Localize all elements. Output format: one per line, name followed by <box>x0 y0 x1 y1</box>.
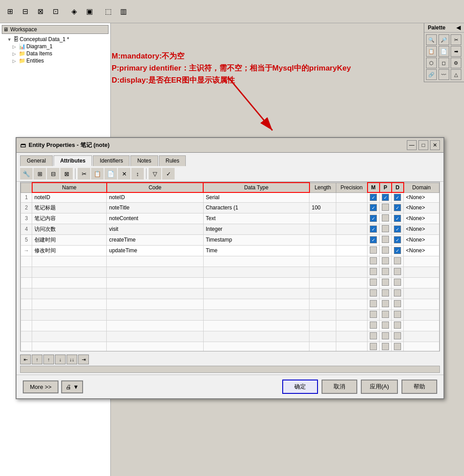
nav-next-page[interactable]: ↓↓ <box>67 355 77 364</box>
cell-p[interactable] <box>380 245 392 256</box>
cancel-button[interactable]: 取消 <box>322 380 357 394</box>
attr-btn-copy[interactable]: 📋 <box>91 168 104 180</box>
toolbar-btn-7[interactable]: ⬚ <box>101 4 115 19</box>
cell-domain[interactable]: <None> <box>404 192 439 202</box>
cell-datatype[interactable]: Timestamp <box>203 234 309 245</box>
apply-button[interactable]: 应用(A) <box>361 380 398 394</box>
cell-datatype[interactable]: Integer <box>203 224 309 234</box>
cell-name[interactable]: 修改时间 <box>32 245 107 256</box>
palette-btn-10[interactable]: 🔗 <box>426 69 437 80</box>
palette-btn-magnify2[interactable]: 🔎 <box>439 34 449 45</box>
cell-d[interactable]: ✓ <box>392 245 404 256</box>
tab-rules[interactable]: Rules <box>159 155 186 166</box>
attr-btn-duplicate[interactable]: ⊠ <box>60 168 73 180</box>
toolbar-btn-3[interactable]: ⊠ <box>33 4 47 19</box>
cell-name[interactable]: 笔记内容 <box>32 213 107 224</box>
cell-m[interactable]: ✓ <box>368 234 380 245</box>
cell-precision[interactable] <box>336 202 368 213</box>
horizontal-scrollbar[interactable] <box>20 366 440 373</box>
cell-m[interactable]: ✓ <box>368 192 380 202</box>
toolbar-btn-5[interactable]: ◈ <box>67 4 81 19</box>
cell-domain[interactable]: <None> <box>404 213 439 224</box>
toolbar-btn-4[interactable]: ⊡ <box>48 4 63 19</box>
cell-code[interactable]: noteTitle <box>107 202 204 213</box>
cell-name[interactable]: 笔记标题 <box>32 202 107 213</box>
cell-datatype[interactable]: Serial <box>203 192 309 202</box>
sidebar-item-dataitems[interactable]: ▷ 📁 Data Items <box>13 50 109 57</box>
palette-collapse-icon[interactable]: ◀ <box>456 25 460 31</box>
cell-m[interactable]: ✓ <box>368 224 380 234</box>
palette-btn-12[interactable]: △ <box>451 69 461 80</box>
cell-m[interactable]: ✓ <box>368 202 380 213</box>
cell-datatype[interactable]: Characters (1 <box>203 202 309 213</box>
cell-code[interactable]: createTime <box>107 234 204 245</box>
col-length[interactable]: Length <box>309 183 336 192</box>
cell-precision[interactable] <box>336 213 368 224</box>
toolbar-btn-8[interactable]: ▥ <box>116 4 130 19</box>
cell-p[interactable] <box>380 213 392 224</box>
col-m[interactable]: M <box>368 183 380 192</box>
cell-name[interactable]: noteID <box>32 192 107 202</box>
attr-btn-properties[interactable]: 🔧 <box>20 168 33 180</box>
cell-code[interactable]: updateTime <box>107 245 204 256</box>
cell-domain[interactable]: <None> <box>404 224 439 234</box>
cell-p[interactable]: ✓ <box>380 192 392 202</box>
col-p[interactable]: P <box>380 183 392 192</box>
nav-prev-page[interactable]: ↑ <box>32 355 42 364</box>
cell-length[interactable] <box>309 245 336 256</box>
cell-p[interactable] <box>380 234 392 245</box>
maximize-button[interactable]: □ <box>418 140 428 150</box>
nav-next[interactable]: ↓ <box>55 355 66 364</box>
attr-btn-paste[interactable]: 📄 <box>105 168 117 180</box>
tab-identifiers[interactable]: Identifiers <box>93 155 130 166</box>
cell-domain[interactable]: <None> <box>404 202 439 213</box>
palette-btn-11[interactable]: 〰 <box>439 69 449 80</box>
col-name[interactable]: Name <box>32 183 107 192</box>
col-domain[interactable]: Domain <box>404 183 439 192</box>
cell-length[interactable] <box>309 234 336 245</box>
col-code[interactable]: Code <box>107 183 204 192</box>
more-button[interactable]: More >> <box>23 380 59 393</box>
palette-btn-6[interactable]: ➡ <box>451 46 461 57</box>
toolbar-btn-1[interactable]: ⊞ <box>3 4 17 19</box>
palette-btn-7[interactable]: ⬡ <box>426 58 437 68</box>
cell-precision[interactable] <box>336 192 368 202</box>
cell-datatype[interactable]: Time <box>203 245 309 256</box>
confirm-button[interactable]: 确定 <box>282 380 318 394</box>
attr-btn-filter[interactable]: ▽ <box>149 168 161 180</box>
cell-d[interactable]: ✓ <box>392 224 404 234</box>
minimize-button[interactable]: — <box>407 140 417 150</box>
palette-btn-8[interactable]: ◻ <box>439 58 449 68</box>
sidebar-item-conceptual[interactable]: ▼ 🗄 Conceptual Data_1 * <box>7 36 109 43</box>
cell-m[interactable] <box>368 245 380 256</box>
cell-precision[interactable] <box>336 245 368 256</box>
palette-btn-3[interactable]: ✂ <box>451 34 461 45</box>
help-button[interactable]: 帮助 <box>401 380 437 394</box>
cell-code[interactable]: visit <box>107 224 204 234</box>
attr-btn-move[interactable]: ↕ <box>131 168 144 180</box>
palette-btn-4[interactable]: 📋 <box>426 46 437 57</box>
palette-btn-9[interactable]: ⚙ <box>451 58 461 68</box>
palette-btn-magnify[interactable]: 🔍 <box>426 34 437 45</box>
attr-btn-delete[interactable]: ⊟ <box>47 168 59 180</box>
cell-code[interactable]: noteID <box>107 192 204 202</box>
cell-d[interactable]: ✓ <box>392 192 404 202</box>
col-datatype[interactable]: Data Type <box>203 183 309 192</box>
cell-p[interactable] <box>380 224 392 234</box>
cell-d[interactable]: ✓ <box>392 202 404 213</box>
cell-domain[interactable]: <None> <box>404 234 439 245</box>
cell-precision[interactable] <box>336 224 368 234</box>
nav-first[interactable]: ⇤ <box>20 355 31 364</box>
cell-length[interactable] <box>309 192 336 202</box>
nav-last[interactable]: ⇥ <box>78 355 89 364</box>
cell-length[interactable] <box>309 213 336 224</box>
close-button[interactable]: ✕ <box>430 140 440 150</box>
tab-notes[interactable]: Notes <box>130 155 158 166</box>
cell-d[interactable]: ✓ <box>392 234 404 245</box>
attr-btn-add[interactable]: ⊞ <box>33 168 46 180</box>
sidebar-item-diagram[interactable]: ▷ 📊 Diagram_1 <box>13 43 109 50</box>
cell-datatype[interactable]: Text <box>203 213 309 224</box>
cell-m[interactable]: ✓ <box>368 213 380 224</box>
tab-general[interactable]: General <box>20 155 53 166</box>
cell-precision[interactable] <box>336 234 368 245</box>
